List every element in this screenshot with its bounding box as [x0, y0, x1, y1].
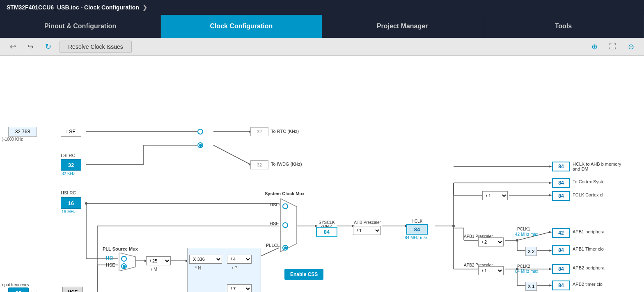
diagram-lines — [0, 56, 644, 292]
title-chevron: ❯ — [142, 4, 147, 11]
div-p-label: / P — [232, 265, 237, 270]
tab-bar: Pinout & Configuration Clock Configurati… — [0, 15, 644, 38]
svg-marker-73 — [119, 253, 135, 271]
tab-project[interactable]: Project Manager — [322, 15, 483, 38]
hclk-value-box[interactable]: 84 — [406, 224, 428, 235]
svg-point-59 — [516, 239, 518, 242]
sysclk-mux-hse-label: HSE — [270, 221, 279, 226]
tab-pinout[interactable]: Pinout & Configuration — [0, 15, 161, 38]
title-text: STM32F401CCU6_USB.ioc - Clock Configurat… — [7, 4, 139, 11]
pclk2-max-label: 84 MHz max — [515, 269, 538, 274]
fclk-label: FCLK Cortex cl — [573, 192, 603, 197]
lse-range-label: )-1000 KHz — [2, 137, 23, 141]
pll-source-mux-svg — [117, 253, 138, 271]
enable-css-button[interactable]: Enable CSS — [284, 269, 323, 280]
svg-marker-54 — [549, 231, 552, 233]
pll-hsi-radio[interactable] — [121, 256, 127, 262]
apb2-timer-out-box: 84 — [552, 281, 570, 290]
resolve-clock-button[interactable]: Resolve Clock Issues — [60, 41, 132, 53]
sysclk-mux-hsi-label: HSI — [270, 202, 277, 207]
sysclk-hse-radio[interactable] — [282, 222, 288, 228]
zoom-in-button[interactable]: ⊕ — [588, 41, 601, 53]
sysclk-pll-radio[interactable] — [282, 245, 288, 251]
lse-box: LSE — [61, 127, 81, 137]
hclk-ahb-out-box: 84 — [552, 162, 570, 171]
hsi-rc-label: HSI RC — [61, 190, 76, 195]
title-bar: STM32F401CCU6_USB.ioc - Clock Configurat… — [0, 0, 644, 15]
iwdg-freq-box: 32 — [250, 160, 268, 169]
iwdg-label: To IWDG (KHz) — [271, 162, 302, 167]
tab-tools[interactable]: Tools — [483, 15, 644, 38]
mul-n-select[interactable]: X 336 — [189, 255, 222, 264]
apb2-div-select[interactable]: / 1 — [478, 266, 504, 275]
redo-button[interactable]: ↪ — [24, 41, 37, 53]
pll-hse-radio[interactable] — [121, 263, 127, 269]
ahb-div-select[interactable]: / 1 — [353, 226, 381, 235]
lsi-freq-label: 32 KHz — [62, 171, 75, 176]
div-m-select[interactable]: / 25 — [146, 256, 171, 265]
undo-button[interactable]: ↩ — [7, 41, 19, 53]
lse-radio[interactable] — [197, 129, 203, 135]
fit-button[interactable]: ⛶ — [606, 41, 620, 52]
lsi-value-box[interactable]: 32 — [61, 159, 81, 171]
div-m-label: / M — [151, 267, 157, 271]
apb1-timer-out-box: 84 — [552, 245, 570, 255]
mul-n-label: * N — [195, 265, 201, 270]
toolbar: ↩ ↪ ↻ Resolve Clock Issues ⊕ ⛶ ⊖ — [0, 38, 644, 56]
apb2-timer-label: APB2 timer clo — [573, 282, 603, 287]
sysclk-mux-svg — [278, 198, 299, 252]
cortex-sys-label: To Cortex Syste — [573, 179, 605, 184]
cortex-div-select[interactable]: / 1 — [482, 191, 508, 200]
rtc-label: To RTC (KHz) — [271, 129, 299, 134]
lsi-rc-label: LSI RC — [61, 153, 75, 158]
cortex-sys-out-box: 84 — [552, 178, 570, 188]
fclk-out-box: 84 — [552, 191, 570, 201]
apb2-timer-mul-box: X 1 — [525, 282, 537, 291]
svg-marker-44 — [549, 182, 552, 184]
rtc-freq-box: 32 — [250, 127, 268, 136]
svg-marker-42 — [549, 165, 552, 168]
pclk1-label: PCLK1 — [517, 227, 530, 231]
hsi-value-box[interactable]: 16 — [61, 197, 81, 209]
apb1-timer-mul-box: X 2 — [525, 247, 537, 256]
hsi-freq-label: 16 MHz — [62, 210, 76, 214]
ahb-prescaler-label: AHB Prescaler — [353, 220, 382, 225]
svg-marker-64 — [549, 268, 552, 270]
svg-marker-58 — [549, 249, 552, 252]
hse-box: HSE — [62, 287, 83, 292]
pclk1-max-label: 42 MHz max — [515, 232, 538, 237]
svg-point-14 — [85, 202, 87, 205]
refresh-button[interactable]: ↻ — [42, 41, 55, 53]
zoom-out-button[interactable]: ⊖ — [625, 41, 637, 53]
lsi-radio[interactable] — [197, 142, 203, 148]
pclk2-label: PCLK2 — [517, 264, 530, 269]
lse-freq-box: 32.768 — [8, 127, 37, 137]
apb1-timer-label: APB1 Timer clo — [573, 246, 604, 251]
main-pll-box: X 336 * N / 4 / P / 7 / Q — [187, 248, 261, 292]
apb1-periph-out-box: 42 — [552, 228, 570, 238]
tab-clock[interactable]: Clock Configuration — [161, 15, 322, 38]
hse-input-label: nput frequency — [2, 283, 29, 287]
pll-mux-hsi-label: HSI — [106, 256, 113, 260]
svg-marker-48 — [549, 194, 552, 196]
sysclk-value-box[interactable]: 84 — [316, 227, 337, 237]
hse-freq-box[interactable]: 25 — [8, 287, 29, 292]
clock-canvas: 32.768 )-1000 KHz LSE LSI RC 32 32 KHz H… — [0, 56, 644, 292]
pll-mux-hse-label: HSE — [106, 262, 115, 267]
div-q-select[interactable]: / 7 — [227, 284, 252, 292]
svg-point-40 — [452, 225, 455, 227]
hse-arrows: ▶▶ — [31, 290, 41, 292]
apb2-periph-out-box: 84 — [552, 264, 570, 274]
apb1-div-select[interactable]: / 2 — [478, 237, 504, 246]
hclk-ahb-label: HCLK to AHB b memory and DM — [573, 162, 622, 171]
div-p-select[interactable]: / 4 — [227, 255, 252, 264]
hclk-max-label: 84 MHz max — [405, 235, 428, 240]
apb2-periph-label: APB2 periphera — [573, 265, 605, 270]
apb1-periph-label: APB1 periphera — [573, 229, 605, 234]
sysclk-hsi-radio[interactable] — [282, 203, 288, 209]
sysclk-mux-label: System Clock Mux — [265, 191, 305, 196]
pll-source-mux-label: PLL Source Mux — [103, 246, 138, 251]
svg-marker-68 — [549, 284, 552, 287]
svg-line-7 — [213, 145, 250, 164]
